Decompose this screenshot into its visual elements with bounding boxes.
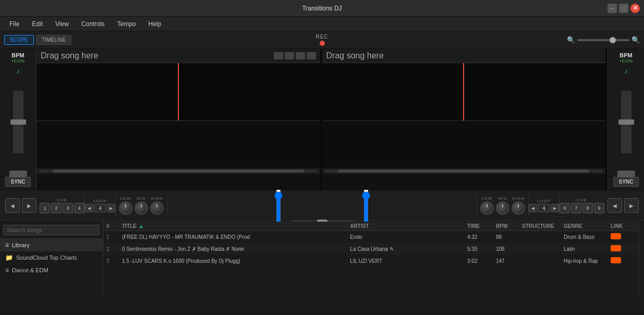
left-seg-btn-2[interactable] xyxy=(285,52,294,59)
right-scrollbar-thumb[interactable] xyxy=(338,169,589,173)
header-link: LINK xyxy=(607,223,639,229)
right-eq-button[interactable] xyxy=(617,171,635,177)
left-loop-label: LOOP xyxy=(93,199,107,203)
sidebar-soundcloud-label: SoundCloud Top Charts xyxy=(16,255,77,261)
left-cue-btn-3[interactable]: 3 xyxy=(63,203,73,213)
rec-area: REC xyxy=(315,34,328,46)
track-structure xyxy=(519,235,561,239)
track-genre: Drum & Bass xyxy=(561,232,607,242)
left-scrollbar-thumb[interactable] xyxy=(53,169,304,173)
left-high-knob[interactable] xyxy=(150,201,164,215)
right-drag-zone[interactable]: Drag song here xyxy=(326,51,384,60)
right-mid-knob[interactable] xyxy=(496,201,509,215)
bottom-section: ≡ Library 📁 SoundCloud Top Charts ≡ Danc… xyxy=(0,221,644,298)
soundcloud-link-icon[interactable] xyxy=(611,245,621,251)
close-button[interactable]: ✕ xyxy=(630,4,640,13)
track-num: 2 xyxy=(103,244,119,254)
left-prev-button[interactable]: ◀ xyxy=(5,198,20,213)
left-cue-btn-1[interactable]: 1 xyxy=(40,203,50,213)
tab-scope[interactable]: SCOPE xyxy=(4,35,34,45)
soundcloud-link-icon[interactable] xyxy=(611,257,621,263)
menu-view[interactable]: View xyxy=(50,19,74,29)
maximize-button[interactable]: □ xyxy=(619,4,628,13)
menu-bar: File Edit View Controls Tempo Help xyxy=(0,17,644,31)
right-play-button[interactable]: ▶ xyxy=(624,198,639,213)
left-cue-section: CUE 1 2 3 4 xyxy=(40,198,84,213)
right-loop-next[interactable]: ▶ xyxy=(551,204,559,212)
decks-area: BPM +0.0% ♪ SYNC Drag song here xyxy=(0,49,644,190)
toolbar: SCOPE TIMELINE REC 🔍 🔍 xyxy=(0,31,644,49)
rec-indicator[interactable] xyxy=(320,41,325,46)
right-cue-btn-7[interactable]: 7 xyxy=(571,203,581,213)
window-title: Transitions DJ xyxy=(302,5,342,12)
header-genre: GENRE xyxy=(561,223,607,229)
table-row[interactable]: 1 (FREE DL) HAYYYO - MR TRAUMATIK & ENDO… xyxy=(103,231,639,243)
dance-edm-icon: ≡ xyxy=(5,266,9,274)
track-link xyxy=(607,243,639,255)
left-loop-value: 4 xyxy=(94,204,106,212)
right-cue-btn-6[interactable]: 6 xyxy=(560,203,570,213)
left-cue-btn-2[interactable]: 2 xyxy=(51,203,62,213)
left-seg-btn-3[interactable] xyxy=(296,52,305,59)
track-structure xyxy=(519,247,561,251)
right-pitch-slider[interactable] xyxy=(621,91,631,153)
right-bpm-change: +0.0% xyxy=(619,58,633,64)
sidebar: ≡ Library 📁 SoundCloud Top Charts ≡ Danc… xyxy=(0,222,103,298)
left-loop-next[interactable]: ▶ xyxy=(107,204,115,212)
left-cue-label: CUE xyxy=(57,198,67,202)
left-scrollbar-track[interactable] xyxy=(39,169,318,173)
track-time: 3:02 xyxy=(464,256,493,266)
right-loop-value: 4 xyxy=(538,204,550,212)
right-high-knob[interactable] xyxy=(512,201,525,215)
right-deck-side: BPM +0.0% ♪ SYNC xyxy=(607,49,644,190)
right-cue-btn-8[interactable]: 8 xyxy=(582,203,593,213)
right-low-knob[interactable] xyxy=(480,201,494,215)
zoom-in-icon[interactable]: 🔍 xyxy=(631,36,640,44)
sidebar-item-soundcloud[interactable]: 📁 SoundCloud Top Charts xyxy=(0,251,103,264)
left-play-controls: ◀ ▶ xyxy=(2,198,40,213)
left-eq-button[interactable] xyxy=(9,171,27,177)
left-low-knob[interactable] xyxy=(119,201,132,215)
table-row[interactable]: 3 1.5 -LUV SCARS K.o 1600 (Produced By D… xyxy=(103,255,639,267)
left-mid-knob-section: MID xyxy=(135,196,148,215)
right-scrollbar-track[interactable] xyxy=(324,169,604,173)
left-cue-btn-4[interactable]: 4 xyxy=(74,203,84,213)
sidebar-item-library[interactable]: ≡ Library xyxy=(0,239,103,251)
minimize-button[interactable]: ─ xyxy=(607,4,617,13)
list-scrollbar[interactable] xyxy=(639,222,644,298)
menu-controls[interactable]: Controls xyxy=(76,19,110,29)
track-genre: Hip-hop & Rap xyxy=(561,256,607,266)
menu-help[interactable]: Help xyxy=(143,19,167,29)
left-bpm-change: +0.0% xyxy=(11,58,25,64)
right-loop-prev[interactable]: ◀ xyxy=(529,204,537,212)
left-loop-prev[interactable]: ◀ xyxy=(85,204,93,212)
left-seg-btn-4[interactable] xyxy=(307,52,316,59)
right-sync-button[interactable]: SYNC xyxy=(613,177,639,187)
left-pitch-slider[interactable] xyxy=(13,91,23,153)
menu-edit[interactable]: Edit xyxy=(27,19,48,29)
left-sync-button[interactable]: SYNC xyxy=(5,177,31,187)
left-mid-knob[interactable] xyxy=(135,201,148,215)
left-high-knob-section: HIGH xyxy=(150,196,164,215)
left-seg-btn-1[interactable] xyxy=(274,52,283,59)
soundcloud-link-icon[interactable] xyxy=(611,233,621,239)
zoom-out-icon[interactable]: 🔍 xyxy=(567,36,575,44)
right-play-controls: ◀ ▶ xyxy=(604,198,642,213)
left-deck-main: Drag song here xyxy=(37,49,320,190)
tab-timeline[interactable]: TIMELINE xyxy=(36,35,71,45)
sidebar-item-dance-edm[interactable]: ≡ Dance & EDM xyxy=(0,264,103,276)
table-row[interactable]: 2 0 Sentimientos Remix - Jon Z ✗ Baby Ra… xyxy=(103,243,639,255)
right-eq-section: LOW MID HIGH xyxy=(477,196,528,215)
search-input[interactable] xyxy=(3,225,100,235)
left-volume-fader[interactable] xyxy=(274,185,283,226)
right-cue-btn-9[interactable]: 9 xyxy=(594,203,604,213)
menu-tempo[interactable]: Tempo xyxy=(112,19,141,29)
right-prev-button[interactable]: ◀ xyxy=(607,198,622,213)
left-scrollbar-area xyxy=(37,168,320,174)
right-volume-fader[interactable] xyxy=(362,185,370,226)
zoom-slider[interactable] xyxy=(577,39,629,41)
menu-file[interactable]: File xyxy=(4,19,25,29)
track-link xyxy=(607,231,639,243)
left-drag-zone[interactable]: Drag song here xyxy=(41,51,98,60)
left-play-button[interactable]: ▶ xyxy=(22,198,37,213)
